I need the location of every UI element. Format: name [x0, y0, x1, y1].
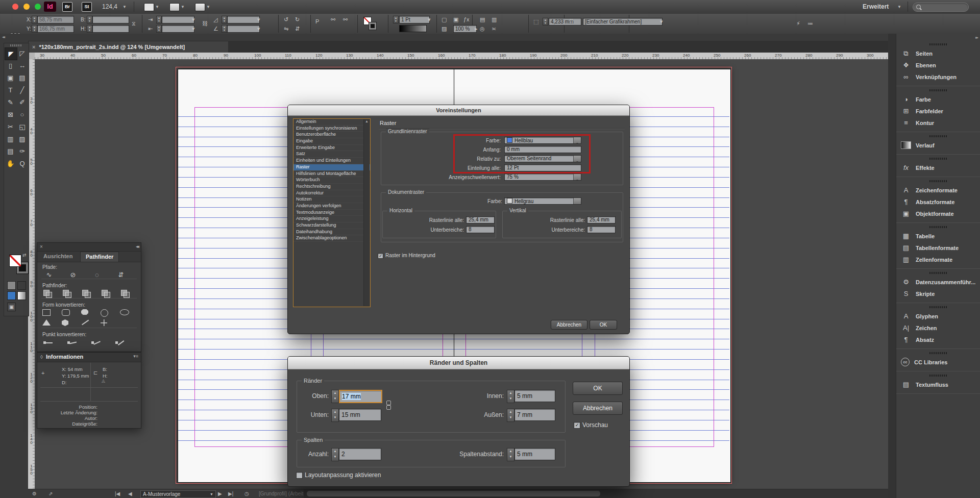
stroke-swatch[interactable]: [369, 22, 377, 30]
ruler-origin-corner[interactable]: [28, 53, 35, 60]
panel-close-icon[interactable]: ×: [40, 244, 43, 250]
panel-button-absatz[interactable]: ¶Absatz: [896, 334, 980, 345]
group-drag-handle[interactable]: [929, 157, 948, 161]
next-page-button[interactable]: ▶: [218, 489, 222, 498]
eyedropper-tool[interactable]: ✑: [16, 145, 28, 157]
pref-category-hilfslinien-und-montagefl-che[interactable]: Hilfslinien und Montagefläche: [293, 171, 370, 178]
arrange-documents-chevron-icon[interactable]: ▼: [206, 5, 210, 9]
opacity-icon[interactable]: ▨: [442, 25, 447, 32]
convert-to-beveled-rectangle-icon[interactable]: [81, 309, 88, 315]
gutter-field[interactable]: 5 mm: [514, 448, 555, 460]
gutter-stepper[interactable]: ▲▼: [507, 448, 514, 461]
corner-options-icon[interactable]: ▢: [442, 16, 447, 23]
panel-button-zeichenformate[interactable]: AZeichenformate: [896, 184, 980, 196]
y-value-field[interactable]: 166,75 mm: [37, 25, 74, 33]
h-subdiv-field[interactable]: 8: [466, 226, 495, 233]
pref-category-eingabe[interactable]: Eingabe: [293, 138, 370, 145]
pathfinder-panel-header[interactable]: × ◂◂: [37, 243, 141, 252]
scale-x-dropdown-icon[interactable]: ▾: [192, 16, 195, 23]
pref-category-rechtschreibung[interactable]: Rechtschreibung: [293, 184, 370, 190]
outside-margin-stepper[interactable]: ▲▼: [507, 409, 514, 422]
inside-margin-field[interactable]: 5 mm: [514, 390, 555, 402]
add-shapes-icon[interactable]: [41, 289, 55, 298]
swap-fill-stroke-icon[interactable]: ⇄: [22, 253, 27, 258]
panel-button-ebenen[interactable]: ❖Ebenen: [896, 59, 980, 71]
zoom-tool[interactable]: Q: [16, 158, 28, 169]
convert-to-ellipse-icon[interactable]: [120, 309, 129, 315]
tab-close-icon[interactable]: ×: [29, 44, 39, 50]
scale-y-field[interactable]: [162, 25, 194, 33]
stock-button[interactable]: St: [82, 2, 92, 12]
panel-options-icon[interactable]: ≔: [807, 20, 813, 27]
convert-to-smooth-point-icon[interactable]: [89, 338, 103, 347]
pref-category-notizen[interactable]: Notizen: [293, 196, 370, 203]
column-count-stepper[interactable]: ▲▼: [331, 448, 339, 461]
top-margin-field[interactable]: 17 mm: [339, 390, 382, 403]
zoom-window-button[interactable]: [35, 4, 41, 10]
horizontal-ruler[interactable]: 3040506070809010011012013014015016017018…: [35, 53, 888, 60]
x-value-field[interactable]: 58,75 mm: [37, 16, 74, 23]
rotate-cw-icon[interactable]: ↻: [295, 16, 300, 23]
convert-to-symmetrical-point-icon[interactable]: [113, 338, 127, 347]
pref-category-benutzeroberfl-che[interactable]: Benutzeroberfläche: [293, 132, 370, 138]
panel-button-zellenformate[interactable]: ▥Zellenformate: [896, 254, 980, 265]
grid-in-back-checkbox[interactable]: ✓: [378, 253, 383, 259]
apply-gradient-button[interactable]: [17, 291, 26, 300]
quick-apply-icon[interactable]: ⚡: [796, 20, 800, 27]
link-scale-icon[interactable]: ⛓: [202, 20, 208, 27]
selection-tool[interactable]: ◤: [5, 47, 17, 60]
opacity-field[interactable]: 100 %: [453, 25, 477, 33]
convert-to-polygon-icon[interactable]: [62, 319, 68, 326]
horizontal-scrollbar-thumb[interactable]: [307, 491, 600, 496]
line-tool[interactable]: ╱: [16, 84, 28, 96]
layout-adjustment-checkbox[interactable]: [296, 472, 303, 479]
pref-category-textmodusanzeige[interactable]: Textmodusanzeige: [293, 210, 370, 216]
direct-selection-tool[interactable]: ◸: [16, 47, 28, 59]
x-stepper[interactable]: ▲ ▼: [32, 16, 37, 23]
pref-category-einheiten-und-einteilungen[interactable]: Einheiten und Einteilungen: [293, 158, 370, 164]
list-scrollbar[interactable]: ▲: [363, 119, 370, 306]
width-field[interactable]: [92, 16, 129, 23]
panel-button-tabellenformate[interactable]: ▤Tabellenformate: [896, 242, 980, 254]
pref-category-schwarzdarstellung[interactable]: Schwarzdarstellung: [293, 222, 370, 229]
baseline-increment-field[interactable]: 12 Pt: [504, 164, 581, 171]
wrap-jump-icon[interactable]: ◎: [480, 25, 485, 32]
convert-to-line-icon[interactable]: [82, 320, 89, 325]
group-drag-handle[interactable]: [929, 42, 948, 46]
group-drag-handle[interactable]: [929, 351, 948, 355]
effects-icon[interactable]: ƒx: [463, 16, 470, 23]
doc-grid-color-dropdown[interactable]: Hellgrau ▼: [504, 197, 581, 205]
page-tool[interactable]: ▯: [5, 60, 16, 71]
ellipse-tool[interactable]: ○: [16, 109, 28, 120]
last-page-button[interactable]: ▶|: [228, 489, 233, 498]
pref-category-raster[interactable]: Raster: [293, 164, 370, 171]
search-input[interactable]: [913, 3, 969, 12]
view-options-chevron-icon[interactable]: ▼: [155, 5, 159, 9]
convert-to-rounded-rectangle-icon[interactable]: [62, 309, 70, 316]
panel-button-effekte[interactable]: fxEffekte: [896, 162, 980, 173]
dialog-title[interactable]: Voreinstellungen: [288, 105, 629, 116]
formatting-container-button[interactable]: [7, 281, 16, 290]
first-page-button[interactable]: |◀: [115, 489, 120, 498]
arrange-documents-icon[interactable]: [195, 3, 205, 11]
gradient-feather-tool[interactable]: ▨: [16, 133, 28, 145]
panel-menu-icon[interactable]: ▾≡: [133, 354, 138, 359]
panel-button-glyphen[interactable]: AGlyphen: [896, 310, 980, 322]
exclude-overlap-icon[interactable]: [100, 289, 113, 298]
pencil-tool[interactable]: ✐: [16, 96, 28, 108]
view-options-icon[interactable]: [144, 3, 154, 11]
stroke-weight-dropdown-icon[interactable]: ▾: [428, 16, 431, 23]
shear-field[interactable]: [227, 16, 260, 23]
flip-horizontal-icon[interactable]: ⇋: [284, 25, 288, 32]
baseline-relative-to-dropdown[interactable]: Oberem Seitenrand▼: [504, 155, 581, 162]
object-style-chevron-icon[interactable]: ▾: [660, 18, 663, 25]
ok-button[interactable]: OK: [573, 382, 623, 395]
note-tool[interactable]: ▤: [5, 145, 16, 157]
corner-shape-icon[interactable]: ▣: [453, 16, 458, 23]
panel-button-seiten[interactable]: ⧉Seiten: [896, 47, 980, 59]
baseline-color-dropdown[interactable]: Hellblau▼: [504, 137, 581, 144]
panel-button-datenzusammenf-hr-[interactable]: ⚙Datenzusammenführ...: [896, 276, 980, 288]
panel-button-skripte[interactable]: SSkripte: [896, 288, 980, 300]
panel-button-farbfelder[interactable]: ⊞Farbfelder: [896, 105, 980, 117]
preferences-category-list[interactable]: AllgemeinEinstellungen synchronisierenBe…: [293, 118, 371, 307]
